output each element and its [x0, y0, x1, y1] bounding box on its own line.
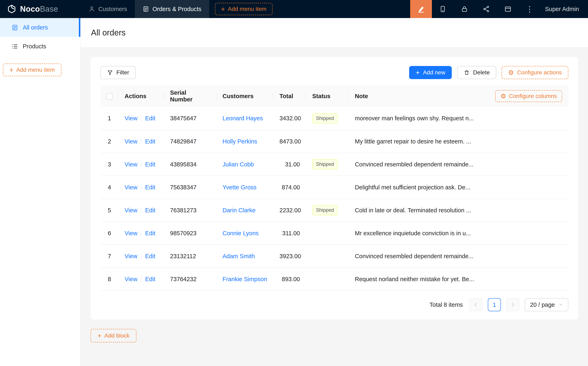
next-page-button[interactable] — [506, 298, 519, 311]
view-link[interactable]: View — [125, 161, 137, 168]
action-divider — [141, 184, 141, 190]
serial-number-cell: 98570923 — [164, 222, 216, 245]
toolbar-actions: + Add new Delete ⚙ Configure actions — [409, 66, 568, 79]
edit-link[interactable]: Edit — [145, 115, 155, 122]
row-actions: ViewEdit — [118, 222, 164, 245]
total-cell: 31.00 — [273, 153, 306, 176]
sidebar-item-all-orders[interactable]: All orders — [0, 18, 80, 37]
prev-page-button[interactable] — [469, 298, 482, 311]
page-size-select[interactable]: 20 / page — [525, 298, 568, 311]
customer-link[interactable]: Darin Clarke — [223, 207, 256, 214]
form-icon — [11, 24, 18, 31]
view-link[interactable]: View — [125, 138, 137, 145]
row-index: 3 — [100, 153, 118, 176]
view-link[interactable]: View — [125, 184, 137, 191]
view-link[interactable]: View — [125, 207, 137, 214]
nav-tab-label: Customers — [98, 6, 127, 13]
customer-cell: Holly Perkins — [216, 130, 273, 153]
customer-link[interactable]: Frankie Simpson — [223, 276, 267, 282]
row-index: 8 — [100, 268, 118, 290]
edit-link[interactable]: Edit — [145, 138, 155, 145]
nav-tab-customers[interactable]: Customers — [81, 0, 135, 18]
edit-link[interactable]: Edit — [145, 253, 155, 259]
nav-tab-orders-products[interactable]: Orders & Products — [135, 0, 209, 18]
total-cell: 3432.00 — [273, 107, 306, 130]
row-index: 7 — [100, 245, 118, 268]
row-actions: ViewEdit — [118, 107, 164, 130]
more-icon[interactable]: ⋮ — [519, 0, 541, 18]
customer-link[interactable]: Leonard Hayes — [223, 115, 263, 122]
customer-link[interactable]: Adam Smith — [223, 253, 255, 259]
delete-button[interactable]: Delete — [457, 66, 496, 79]
logo: NocoBase — [0, 0, 81, 18]
row-index: 5 — [100, 199, 118, 222]
customer-link[interactable]: Connie Lyons — [223, 230, 259, 236]
view-link[interactable]: View — [125, 276, 137, 282]
action-divider — [141, 253, 141, 259]
mobile-icon[interactable] — [432, 0, 454, 18]
user-menu[interactable]: Super Admin — [545, 0, 579, 18]
filter-button[interactable]: Filter — [100, 66, 136, 79]
gear-icon: ⚙ — [508, 69, 514, 76]
add-menu-item-button-header[interactable]: + Add menu item — [215, 3, 273, 15]
customer-link[interactable]: Holly Perkins — [223, 138, 257, 145]
note-cell: Delightful met sufficient projection ask… — [349, 176, 568, 199]
action-divider — [141, 161, 141, 168]
sidebar-item-label: All orders — [23, 24, 48, 31]
plus-icon: + — [98, 332, 101, 339]
note-cell: Convinced resembled dependent remainde..… — [349, 153, 568, 176]
edit-link[interactable]: Edit — [145, 161, 155, 168]
form-icon — [143, 6, 149, 12]
configure-actions-button[interactable]: ⚙ Configure actions — [502, 66, 568, 79]
action-divider — [141, 276, 141, 282]
view-link[interactable]: View — [125, 115, 137, 122]
status-cell: Shipped — [306, 153, 349, 176]
nocobase-logo-icon — [7, 4, 16, 14]
table-row: 3 ViewEdit 43895834 Julian Cobb 31.00 Sh… — [100, 153, 568, 176]
view-link[interactable]: View — [125, 230, 137, 236]
gear-icon: ⚙ — [500, 93, 506, 99]
layout-icon[interactable] — [497, 0, 519, 18]
page-number-1[interactable]: 1 — [488, 298, 501, 311]
serial-number-cell: 74829847 — [164, 130, 216, 153]
select-all-checkbox[interactable] — [106, 93, 113, 99]
orders-table: Actions Serial Number Customers Total St… — [100, 85, 568, 291]
row-actions: ViewEdit — [118, 268, 164, 290]
pagination-total: Total 8 items — [430, 301, 463, 308]
note-cell: Convinced resembled dependent remainde..… — [349, 245, 568, 268]
customer-cell: Julian Cobb — [216, 153, 273, 176]
ui-editor-pen-icon[interactable] — [410, 0, 432, 18]
add-new-button[interactable]: + Add new — [409, 66, 452, 79]
plus-icon: + — [221, 6, 225, 13]
note-cell: Request norland neither mistake for yet.… — [349, 268, 568, 290]
sidebar-item-products[interactable]: Products — [0, 37, 80, 56]
status-cell — [306, 176, 349, 199]
column-header-total: Total — [273, 85, 306, 107]
page-header: All orders — [81, 18, 588, 47]
lock-icon[interactable] — [454, 0, 475, 18]
customer-link[interactable]: Yvette Gross — [223, 184, 256, 191]
api-icon[interactable] — [475, 0, 497, 18]
customer-link[interactable]: Julian Cobb — [223, 161, 254, 168]
customer-cell: Yvette Gross — [216, 176, 273, 199]
chevron-down-icon — [558, 303, 563, 307]
page-title: All orders — [91, 28, 126, 37]
serial-number-cell: 73764232 — [164, 268, 216, 290]
total-cell: 874.00 — [273, 176, 306, 199]
configure-columns-button[interactable]: ⚙ Configure columns — [495, 90, 562, 102]
status-badge: Shipped — [312, 113, 338, 123]
edit-link[interactable]: Edit — [145, 184, 155, 191]
total-cell: 2232.00 — [273, 199, 306, 222]
orders-table-block: Filter + Add new Delete ⚙ — [90, 57, 578, 320]
serial-number-cell: 43895834 — [164, 153, 216, 176]
serial-number-cell: 23132112 — [164, 245, 216, 268]
add-menu-item-button-sidebar[interactable]: + Add menu item — [3, 63, 61, 76]
filter-icon — [107, 69, 113, 76]
edit-link[interactable]: Edit — [145, 207, 155, 214]
status-cell: Shipped — [306, 107, 349, 130]
add-block-button[interactable]: + Add block — [90, 329, 136, 343]
page-content: Filter + Add new Delete ⚙ — [81, 47, 588, 352]
edit-link[interactable]: Edit — [145, 276, 155, 282]
view-link[interactable]: View — [125, 253, 137, 259]
edit-link[interactable]: Edit — [145, 230, 155, 236]
